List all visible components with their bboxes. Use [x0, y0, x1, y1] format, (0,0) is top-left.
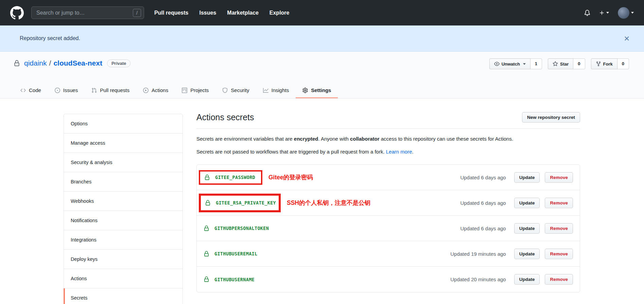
shield-icon: [222, 88, 228, 93]
new-repository-secret-button[interactable]: New repository secret: [522, 112, 580, 123]
star-button[interactable]: Star: [548, 58, 573, 69]
search-input[interactable]: [36, 10, 133, 16]
sidebar-item-manage-access[interactable]: Manage access: [64, 133, 182, 153]
secret-updated: Updated 20 minutes ago: [450, 276, 506, 282]
repo-header: qidaink / cloudSea-next Private Unwatch …: [0, 52, 644, 99]
github-logo-icon[interactable]: [10, 6, 24, 20]
stars-count[interactable]: 0: [573, 58, 585, 69]
flash-close-icon[interactable]: ✕: [624, 35, 630, 42]
secret-name: GITHUBPERSONALTOKEN: [214, 226, 269, 231]
repo-name-link[interactable]: cloudSea-next: [53, 59, 102, 67]
remove-button[interactable]: Remove: [545, 249, 573, 259]
secret-row-gitee-rsa-private-key: GITEE_RSA_PRIVATE_KEY SSH的个人私钥，注意不是公钥 Up…: [197, 190, 580, 216]
tab-insights[interactable]: Insights: [256, 82, 296, 98]
global-search: /: [31, 6, 144, 19]
repo-owner-link[interactable]: qidaink: [24, 59, 47, 67]
update-button[interactable]: Update: [514, 198, 540, 208]
flash-banner: Repository secret added. ✕: [0, 25, 644, 52]
watch-button-group: Unwatch 1: [489, 58, 542, 69]
remove-button[interactable]: Remove: [545, 198, 573, 208]
secret-label: GITHUBPERSONALTOKEN: [204, 226, 269, 231]
update-button[interactable]: Update: [514, 249, 540, 259]
nav-explore[interactable]: Explore: [269, 10, 290, 16]
eye-icon: [494, 61, 500, 67]
secret-row-gitee-password: GITEE_PASSWORD Gitee的登录密码 Updated 6 days…: [197, 165, 580, 190]
sidebar-item-security-analysis[interactable]: Security & analysis: [64, 153, 182, 172]
issue-icon: [55, 88, 60, 93]
update-button[interactable]: Update: [514, 172, 540, 183]
secret-updated: Updated 19 minutes ago: [450, 251, 506, 257]
create-new-button[interactable]: [599, 10, 609, 16]
secret-row-actions: Updated 6 days ago Update Remove: [460, 198, 573, 208]
tab-issues[interactable]: Issues: [48, 82, 85, 98]
nav-pull-requests[interactable]: Pull requests: [154, 10, 188, 16]
remove-button[interactable]: Remove: [545, 172, 573, 183]
tab-security[interactable]: Security: [215, 82, 256, 98]
nav-marketplace[interactable]: Marketplace: [227, 10, 259, 16]
secret-row-actions: Updated 6 days ago Update Remove: [460, 172, 573, 183]
annotation-text: Gitee的登录密码: [268, 173, 313, 181]
secret-updated: Updated 6 days ago: [460, 226, 506, 231]
secret-label-annotated: GITEE_PASSWORD: [199, 170, 262, 185]
header-nav: Pull requests Issues Marketplace Explore: [154, 10, 289, 16]
sidebar-item-webhooks[interactable]: Webhooks: [64, 192, 182, 211]
learn-more-link[interactable]: Learn more: [386, 149, 412, 155]
user-menu[interactable]: [618, 7, 634, 19]
secret-name: GITEE_PASSWORD: [215, 175, 255, 180]
sidebar-item-notifications[interactable]: Notifications: [64, 211, 182, 230]
secret-label: GITHUBUSEREMAIL: [204, 251, 257, 257]
watchers-count[interactable]: 1: [530, 58, 542, 69]
fork-icon: [596, 61, 601, 67]
sidebar-item-options[interactable]: Options: [64, 114, 182, 133]
unwatch-button[interactable]: Unwatch: [489, 58, 530, 69]
star-button-group: Star 0: [548, 58, 585, 69]
secrets-description-2: Secrets are not passed to workflows that…: [196, 149, 580, 155]
forks-count[interactable]: 0: [617, 58, 629, 69]
lock-icon: [204, 251, 209, 257]
secret-row-actions: Updated 6 days ago Update Remove: [460, 223, 573, 234]
nav-issues[interactable]: Issues: [199, 10, 216, 16]
secrets-list: GITEE_PASSWORD Gitee的登录密码 Updated 6 days…: [196, 164, 580, 292]
lock-icon: [205, 200, 211, 206]
caret-down-icon: [631, 12, 634, 14]
settings-side-menu: Options Manage access Security & analysi…: [64, 114, 183, 304]
sidebar-item-branches[interactable]: Branches: [64, 172, 182, 192]
slash-shortcut-hint: /: [133, 9, 141, 17]
tab-settings[interactable]: Settings: [296, 82, 338, 98]
caret-down-icon: [606, 12, 609, 14]
secret-name: GITEE_RSA_PRIVATE_KEY: [216, 200, 276, 205]
sidebar-item-secrets[interactable]: Secrets: [64, 288, 182, 304]
header-right: [584, 7, 634, 19]
repo-action-buttons: Unwatch 1 Star 0 Fork 0: [489, 58, 629, 69]
remove-button[interactable]: Remove: [545, 274, 573, 285]
tab-pull-requests[interactable]: Pull requests: [85, 82, 136, 98]
remove-button[interactable]: Remove: [545, 223, 573, 234]
lock-icon: [204, 175, 210, 180]
tab-code[interactable]: Code: [14, 82, 48, 98]
lock-icon: [204, 226, 209, 231]
caret-down-icon: [523, 63, 526, 65]
projects-icon: [182, 88, 187, 93]
notifications-bell-icon[interactable]: [584, 10, 590, 16]
sidebar-item-actions[interactable]: Actions: [64, 269, 182, 288]
sidebar-item-integrations[interactable]: Integrations: [64, 230, 182, 250]
update-button[interactable]: Update: [514, 223, 540, 234]
star-icon: [553, 61, 558, 67]
gear-icon: [302, 88, 308, 93]
secret-row-githubuseremail: GITHUBUSEREMAIL Updated 19 minutes ago U…: [197, 241, 580, 267]
update-button[interactable]: Update: [514, 274, 540, 285]
private-badge: Private: [107, 59, 130, 67]
secret-label: GITHUBUSERNAME: [204, 276, 255, 282]
content-area: Options Manage access Security & analysi…: [0, 99, 644, 304]
lock-icon: [204, 276, 209, 282]
sidebar-item-deploy-keys[interactable]: Deploy keys: [64, 250, 182, 269]
graph-icon: [263, 88, 268, 93]
github-settings-page: / Pull requests Issues Marketplace Explo…: [0, 0, 644, 304]
secret-row-githubpersonaltoken: GITHUBPERSONALTOKEN Updated 6 days ago U…: [197, 216, 580, 241]
tab-actions[interactable]: Actions: [136, 82, 175, 98]
flash-message: Repository secret added.: [20, 35, 80, 41]
secret-label-annotated: GITEE_RSA_PRIVATE_KEY: [199, 194, 281, 212]
tab-projects[interactable]: Projects: [175, 82, 215, 98]
repo-separator: /: [49, 59, 51, 67]
fork-button[interactable]: Fork: [591, 58, 617, 69]
